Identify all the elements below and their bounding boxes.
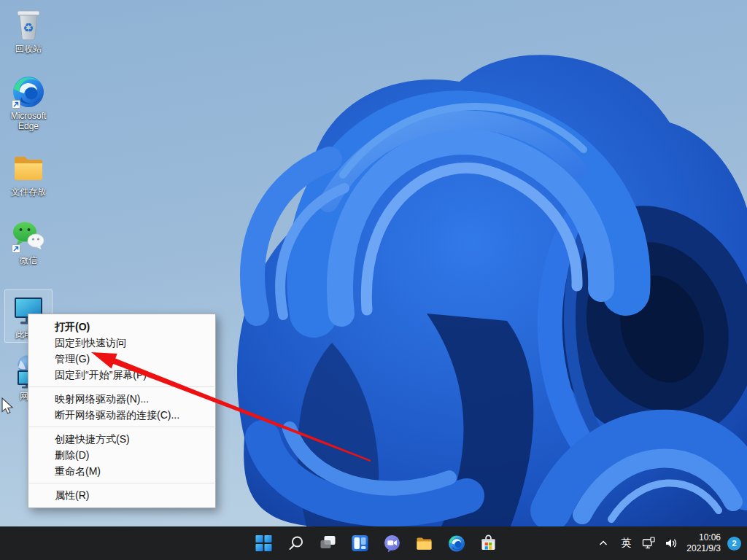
taskbar: 英 10:06 2021/9/3 2 bbox=[0, 526, 747, 560]
taskbar-start-button[interactable] bbox=[249, 529, 278, 558]
speaker-icon bbox=[665, 537, 678, 550]
desktop-icon-label: Microsoft Edge bbox=[4, 111, 53, 131]
taskbar-store-button[interactable] bbox=[473, 529, 503, 558]
search-icon bbox=[287, 534, 304, 552]
tray-notification-badge[interactable]: 2 bbox=[727, 537, 741, 551]
ethernet-icon bbox=[642, 537, 655, 550]
taskbar-file-explorer-button[interactable] bbox=[409, 529, 438, 558]
taskbar-chat-button[interactable] bbox=[377, 529, 406, 558]
menu-item-properties[interactable]: 属性(R) bbox=[28, 487, 215, 503]
menu-item-rename[interactable]: 重命名(M) bbox=[28, 463, 215, 479]
menu-item-manage[interactable]: 管理(G) bbox=[28, 351, 215, 367]
recycle-bin-icon: ♻ bbox=[11, 7, 46, 42]
svg-text:♻: ♻ bbox=[23, 21, 34, 35]
tray-time: 10:06 bbox=[686, 532, 721, 543]
desktop-icon-wechat[interactable]: 微信 bbox=[4, 219, 53, 265]
shortcut-arrow-icon bbox=[12, 244, 20, 253]
taskbar-search-button[interactable] bbox=[281, 529, 310, 558]
menu-item-pin-to-start[interactable]: 固定到“开始”屏幕(P) bbox=[28, 367, 215, 383]
desktop-icon-label: 回收站 bbox=[4, 44, 53, 54]
desktop-icon-label: 文件存放 bbox=[4, 187, 53, 197]
store-icon bbox=[479, 534, 497, 552]
wechat-icon bbox=[11, 219, 46, 254]
taskbar-widgets-button[interactable] bbox=[345, 529, 374, 558]
menu-separator bbox=[29, 386, 214, 387]
edge-icon bbox=[11, 74, 46, 109]
context-menu: 打开(O) 固定到快速访问 管理(G) 固定到“开始”屏幕(P) 映射网络驱动器… bbox=[28, 314, 216, 508]
system-tray: 英 10:06 2021/9/3 2 bbox=[595, 526, 741, 560]
shortcut-arrow-icon bbox=[12, 100, 20, 109]
menu-item-delete[interactable]: 删除(D) bbox=[28, 447, 215, 463]
taskbar-center bbox=[249, 529, 503, 558]
desktop-icon-label: 微信 bbox=[4, 255, 53, 265]
menu-separator bbox=[29, 427, 214, 427]
tray-chevron-up-button[interactable] bbox=[595, 532, 612, 555]
desktop[interactable]: ♻ 回收站 bbox=[0, 0, 747, 526]
desktop-icon-edge[interactable]: Microsoft Edge bbox=[4, 74, 53, 131]
file-explorer-icon bbox=[415, 534, 433, 552]
taskbar-edge-button[interactable] bbox=[441, 529, 471, 558]
chevron-up-icon bbox=[598, 538, 608, 548]
desktop-icon-folder[interactable]: 文件存放 bbox=[4, 150, 53, 197]
tray-date: 2021/9/3 bbox=[686, 543, 721, 554]
menu-item-open[interactable]: 打开(O) bbox=[28, 319, 215, 335]
widgets-icon bbox=[351, 534, 368, 552]
menu-item-disconnect-network-drive[interactable]: 断开网络驱动器的连接(C)... bbox=[28, 407, 215, 423]
menu-separator bbox=[29, 483, 214, 483]
tray-network-icon[interactable] bbox=[640, 532, 657, 555]
desktop-icon-recycle-bin[interactable]: ♻ 回收站 bbox=[4, 7, 53, 54]
menu-item-create-shortcut[interactable]: 创建快捷方式(S) bbox=[28, 431, 215, 447]
tray-clock[interactable]: 10:06 2021/9/3 bbox=[685, 532, 722, 554]
edge-icon bbox=[447, 534, 465, 553]
taskbar-task-view-button[interactable] bbox=[313, 529, 342, 558]
tray-volume-icon[interactable] bbox=[662, 532, 680, 555]
chat-icon bbox=[383, 534, 400, 552]
menu-item-map-network-drive[interactable]: 映射网络驱动器(N)... bbox=[28, 391, 215, 407]
windows-logo-icon bbox=[255, 535, 271, 551]
tray-ime-indicator[interactable]: 英 bbox=[617, 532, 635, 555]
folder-icon bbox=[11, 150, 46, 185]
menu-item-pin-quick-access[interactable]: 固定到快速访问 bbox=[28, 335, 215, 351]
task-view-icon bbox=[319, 534, 336, 552]
screen: ♻ 回收站 bbox=[0, 0, 747, 560]
